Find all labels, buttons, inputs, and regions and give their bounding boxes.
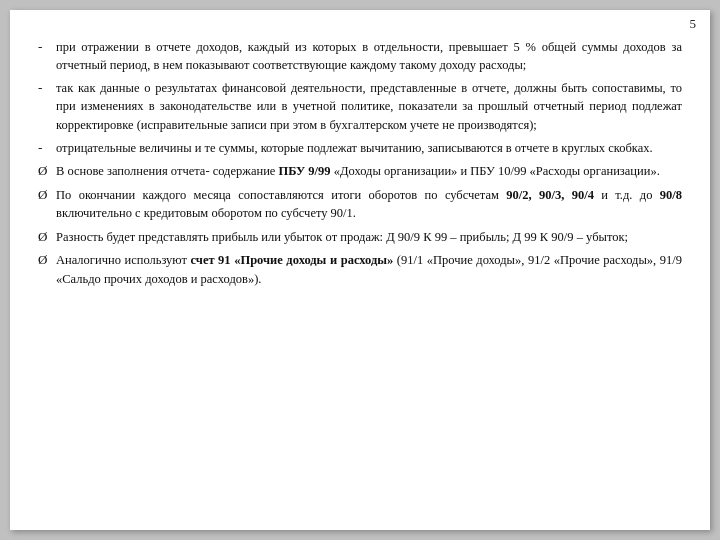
dash-list: - при отражении в отчете доходов, каждый…: [38, 38, 682, 288]
arrow-text-2: По окончании каждого месяца сопоставляют…: [56, 186, 682, 222]
list-item: Ø Аналогично используют счет 91 «Прочие …: [38, 251, 682, 287]
arrow-icon: Ø: [38, 162, 56, 181]
dash-icon: -: [38, 79, 56, 98]
list-item: - так как данные о результатах финансово…: [38, 79, 682, 133]
dash-text-1: при отражении в отчете доходов, каждый и…: [56, 38, 682, 74]
list-item: Ø По окончании каждого месяца сопоставля…: [38, 186, 682, 222]
list-item: Ø Разность будет представлять прибыль ил…: [38, 228, 682, 247]
arrow-icon: Ø: [38, 186, 56, 205]
dash-icon: -: [38, 139, 56, 158]
list-item: Ø В основе заполнения отчета- содержание…: [38, 162, 682, 181]
list-item: - отрицательные величины и те суммы, кот…: [38, 139, 682, 158]
arrow-icon: Ø: [38, 228, 56, 247]
list-item: - при отражении в отчете доходов, каждый…: [38, 38, 682, 74]
arrow-text-3: Разность будет представлять прибыль или …: [56, 228, 682, 246]
page-number: 5: [690, 16, 697, 32]
content-area: - при отражении в отчете доходов, каждый…: [38, 38, 682, 288]
slide: 5 - при отражении в отчете доходов, кажд…: [10, 10, 710, 530]
dash-text-2: так как данные о результатах финансовой …: [56, 79, 682, 133]
dash-icon: -: [38, 38, 56, 57]
arrow-text-1: В основе заполнения отчета- содержание П…: [56, 162, 682, 180]
arrow-text-4: Аналогично используют счет 91 «Прочие до…: [56, 251, 682, 287]
dash-text-3: отрицательные величины и те суммы, котор…: [56, 139, 682, 157]
arrow-icon: Ø: [38, 251, 56, 270]
